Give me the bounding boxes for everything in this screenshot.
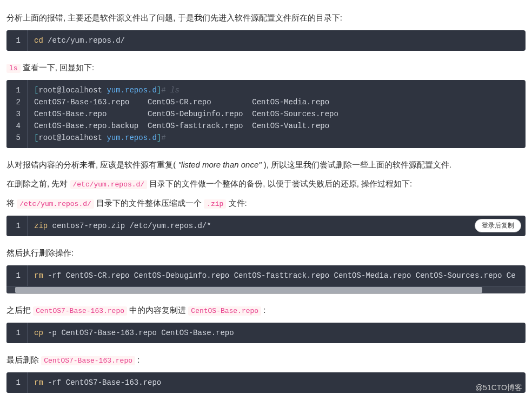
- inline-code: /etc/yum.repos.d/: [70, 180, 148, 189]
- line-gutter: 1: [6, 265, 28, 286]
- paragraph-intro: 分析上面的报错, 主要还是软件源文件出了问题, 于是我们先进入软件源配置文件所在…: [6, 11, 526, 25]
- inline-code: /etc/yum.repos.d/: [17, 199, 94, 209]
- copy-button[interactable]: 登录后复制: [475, 219, 521, 232]
- code-area[interactable]: cd /etc/yum.repos.d/: [28, 30, 526, 51]
- text: :: [135, 355, 139, 364]
- inline-code-ls: ls: [6, 64, 21, 73]
- paragraph-analysis: 从对报错内容的分析来看, 应该是软件源有重复( "listed more tha…: [6, 158, 526, 172]
- code-area[interactable]: [root@localhost yum.repos.d]# ls CentOS7…: [28, 80, 526, 148]
- code-token-arg: -rf CentOS-CR.repo CentOS-Debuginfo.repo…: [43, 271, 516, 280]
- code-token-cmd: zip: [34, 222, 48, 230]
- tok: ]: [157, 86, 161, 95]
- line-gutter: 1 2 3 4 5: [6, 80, 28, 148]
- text: 将: [6, 198, 17, 208]
- code-block-rm: 1 rm -rf CentOS-CR.repo CentOS-Debuginfo…: [6, 265, 526, 293]
- text: 文件:: [226, 198, 247, 208]
- line-number: 1: [6, 84, 27, 96]
- scrollbar-thumb[interactable]: [15, 287, 482, 293]
- code-token-arg: -p CentOS7-Base-163.repo CentOS-Base.rep…: [43, 329, 234, 337]
- inline-code: CentOS-Base.repo: [188, 306, 261, 316]
- paragraph-ls: ls 查看一下, 回显如下:: [6, 61, 526, 75]
- code-token-cmd: rm: [34, 271, 43, 280]
- line-number: 1: [6, 220, 27, 232]
- line-number: 5: [6, 132, 27, 144]
- inline-code: CentOS7-Base-163.repo: [41, 356, 135, 365]
- text: :: [261, 305, 265, 315]
- text: 目录下的文件做一个整体的备份, 以便于尝试失败后的还原, 操作过程如下:: [147, 179, 412, 188]
- line-gutter: 1: [6, 323, 28, 343]
- code-token-arg: /etc/yum.repos.d/: [43, 36, 125, 45]
- code-block-rm-final: 1 rm -rf CentOS7-Base-163.repo: [6, 372, 526, 393]
- line-number: 2: [6, 96, 27, 108]
- inline-code: .zip: [204, 199, 226, 209]
- code-token-arg: centos7-repo.zip /etc/yum.repos.d/*: [48, 222, 211, 230]
- text: 在删除之前, 先对: [6, 179, 70, 188]
- paragraph-delete: 然后执行删除操作:: [6, 246, 526, 260]
- text: ), 所以这里我们尝试删除一些上面的软件源配置文件.: [262, 160, 452, 169]
- code-token-cmd: rm: [34, 378, 43, 387]
- paragraph-backup: 在删除之前, 先对 /etc/yum.repos.d/ 目录下的文件做一个整体的…: [6, 177, 526, 191]
- paragraph-copy: 之后把 CentOS7-Base-163.repo 中的内容复制进 CentOS…: [6, 303, 526, 317]
- tok: #: [161, 86, 170, 95]
- tok: yum.repos.d: [107, 86, 156, 95]
- code-area[interactable]: rm -rf CentOS7-Base-163.repo: [28, 372, 526, 393]
- tok: CentOS7-Base-163.repo CentOS-CR.repo Cen…: [34, 98, 329, 106]
- code-token-arg: -rf CentOS7-Base-163.repo: [43, 378, 161, 387]
- code-block-zip: 登录后复制 1 zip centos7-repo.zip /etc/yum.re…: [6, 216, 526, 236]
- tok: CentOS-Base.repo CentOS-Debuginfo.repo C…: [34, 110, 338, 118]
- text: 目录下的文件整体压缩成一个: [94, 198, 204, 208]
- line-number: 3: [6, 108, 27, 120]
- tok: root@localhost: [38, 86, 102, 95]
- tok: ]: [157, 133, 161, 142]
- text: 最后删除: [6, 355, 41, 364]
- code-block-cp: 1 cp -p CentOS7-Base-163.repo CentOS-Bas…: [6, 323, 526, 343]
- tok: ls: [170, 86, 179, 95]
- code-token-cmd: cd: [34, 36, 43, 45]
- tok: CentOS-Base.repo.backup CentOS-fasttrack…: [34, 122, 329, 130]
- text: 中的内容复制进: [127, 305, 188, 315]
- text: 之后把: [6, 305, 33, 315]
- inline-code: CentOS7-Base-163.repo: [33, 306, 127, 316]
- paragraph-zip: 将 /etc/yum.repos.d/ 目录下的文件整体压缩成一个 .zip 文…: [6, 196, 526, 210]
- quoted-text: "listed more than once": [178, 160, 262, 169]
- tok: yum.repos.d: [107, 133, 156, 142]
- paragraph-final-delete: 最后删除 CentOS7-Base-163.repo :: [6, 353, 526, 367]
- line-number: 1: [6, 327, 27, 339]
- code-token-cmd: cp: [34, 329, 43, 337]
- line-number: 1: [6, 35, 27, 46]
- code-area[interactable]: rm -rf CentOS-CR.repo CentOS-Debuginfo.r…: [28, 265, 526, 286]
- line-number: 4: [6, 120, 27, 132]
- code-area[interactable]: zip centos7-repo.zip /etc/yum.repos.d/*: [28, 216, 526, 236]
- tok: root@localhost: [38, 133, 102, 142]
- line-gutter: 1: [6, 216, 28, 236]
- line-gutter: 1: [6, 372, 28, 393]
- code-area[interactable]: cp -p CentOS7-Base-163.repo CentOS-Base.…: [28, 323, 526, 343]
- tok: #: [161, 133, 165, 142]
- horizontal-scrollbar[interactable]: [6, 286, 526, 293]
- line-number: 1: [6, 377, 27, 389]
- line-number: 1: [6, 270, 27, 282]
- code-block-cd: 1 cd /etc/yum.repos.d/: [6, 30, 526, 51]
- line-gutter: 1: [6, 30, 28, 51]
- code-block-ls-output: 1 2 3 4 5 [root@localhost yum.repos.d]# …: [6, 80, 526, 148]
- text: 从对报错内容的分析来看, 应该是软件源有重复(: [6, 160, 178, 169]
- text: 查看一下, 回显如下:: [21, 63, 95, 72]
